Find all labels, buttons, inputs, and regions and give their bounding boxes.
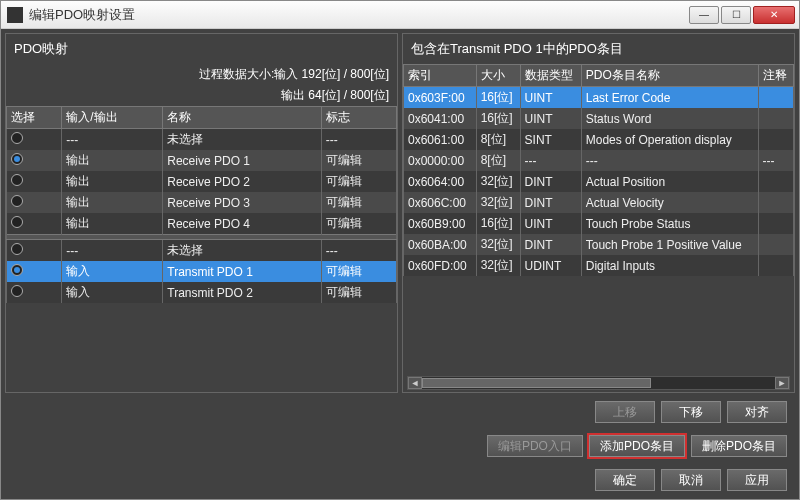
- col-size[interactable]: 大小: [476, 65, 520, 87]
- select-cell[interactable]: [7, 171, 62, 192]
- table-header-row: 选择 输入/输出 名称 标志: [7, 107, 397, 129]
- note-cell: [758, 234, 793, 255]
- name-cell: 未选择: [163, 240, 321, 262]
- name-cell: Digital Inputs: [581, 255, 758, 276]
- flag-cell: 可编辑: [321, 213, 396, 235]
- col-entry-name[interactable]: PDO条目名称: [581, 65, 758, 87]
- pdo-mapping-pane: PDO映射 过程数据大小:输入 192[位] / 800[位] 输出 64[位]…: [5, 33, 398, 393]
- type-cell: UINT: [520, 87, 581, 109]
- col-index[interactable]: 索引: [404, 65, 477, 87]
- index-cell: 0x60BA:00: [404, 234, 477, 255]
- col-type[interactable]: 数据类型: [520, 65, 581, 87]
- delete-pdo-entry-button[interactable]: 删除PDO条目: [691, 435, 787, 457]
- radio-icon[interactable]: [11, 174, 23, 186]
- radio-icon[interactable]: [11, 264, 23, 276]
- col-name[interactable]: 名称: [163, 107, 321, 129]
- table-row[interactable]: 0x6064:0032[位]DINTActual Position: [404, 171, 794, 192]
- type-cell: SINT: [520, 129, 581, 150]
- align-button[interactable]: 对齐: [727, 401, 787, 423]
- table-row[interactable]: ---未选择---: [7, 129, 397, 151]
- scroll-right-button[interactable]: ►: [775, 377, 789, 389]
- radio-icon[interactable]: [11, 195, 23, 207]
- name-cell: Receive PDO 4: [163, 213, 321, 235]
- io-cell: 输出: [62, 213, 163, 235]
- select-cell[interactable]: [7, 282, 62, 303]
- table-row[interactable]: ---未选择---: [7, 240, 397, 262]
- window-title: 编辑PDO映射设置: [29, 6, 689, 24]
- dialog-buttons: 确定 取消 应用: [5, 465, 795, 495]
- table-row[interactable]: 输出Receive PDO 3可编辑: [7, 192, 397, 213]
- col-flag[interactable]: 标志: [321, 107, 396, 129]
- flag-cell: 可编辑: [321, 150, 396, 171]
- radio-icon[interactable]: [11, 216, 23, 228]
- cancel-button[interactable]: 取消: [661, 469, 721, 491]
- apply-button[interactable]: 应用: [727, 469, 787, 491]
- table-row[interactable]: 0x606C:0032[位]DINTActual Velocity: [404, 192, 794, 213]
- io-cell: ---: [62, 240, 163, 262]
- name-cell: Modes of Operation display: [581, 129, 758, 150]
- table-row[interactable]: 输出Receive PDO 1可编辑: [7, 150, 397, 171]
- table-row[interactable]: 0x60BA:0032[位]DINTTouch Probe 1 Positive…: [404, 234, 794, 255]
- close-button[interactable]: ✕: [753, 6, 795, 24]
- size-cell: 16[位]: [476, 108, 520, 129]
- select-cell[interactable]: [7, 129, 62, 151]
- select-cell[interactable]: [7, 261, 62, 282]
- table-row[interactable]: 0x603F:0016[位]UINTLast Error Code: [404, 87, 794, 109]
- table-row[interactable]: 0x0000:008[位]---------: [404, 150, 794, 171]
- radio-icon[interactable]: [11, 153, 23, 165]
- name-cell: Last Error Code: [581, 87, 758, 109]
- type-cell: DINT: [520, 234, 581, 255]
- horizontal-scrollbar[interactable]: ◄ ►: [407, 376, 790, 390]
- table-row[interactable]: 输出Receive PDO 2可编辑: [7, 171, 397, 192]
- right-header: 包含在Transmit PDO 1中的PDO条目: [403, 34, 794, 64]
- edit-pdo-entry-button[interactable]: 编辑PDO入口: [487, 435, 583, 457]
- radio-icon[interactable]: [11, 132, 23, 144]
- titlebar[interactable]: 编辑PDO映射设置 — ☐ ✕: [1, 1, 799, 29]
- io-cell: 输入: [62, 282, 163, 303]
- flag-cell: 可编辑: [321, 261, 396, 282]
- table-row[interactable]: 输入Transmit PDO 2可编辑: [7, 282, 397, 303]
- note-cell: [758, 171, 793, 192]
- scroll-left-button[interactable]: ◄: [408, 377, 422, 389]
- table-row[interactable]: 0x60FD:0032[位]UDINTDigital Inputs: [404, 255, 794, 276]
- io-cell: 输出: [62, 171, 163, 192]
- pdo-entries-table: 索引 大小 数据类型 PDO条目名称 注释 0x603F:0016[位]UINT…: [403, 64, 794, 276]
- table-row[interactable]: 输入Transmit PDO 1可编辑: [7, 261, 397, 282]
- col-io[interactable]: 输入/输出: [62, 107, 163, 129]
- move-up-button[interactable]: 上移: [595, 401, 655, 423]
- move-down-button[interactable]: 下移: [661, 401, 721, 423]
- size-cell: 32[位]: [476, 234, 520, 255]
- select-cell[interactable]: [7, 150, 62, 171]
- radio-icon[interactable]: [11, 243, 23, 255]
- select-cell[interactable]: [7, 240, 62, 262]
- process-output-info: 输出 64[位] / 800[位]: [6, 85, 397, 106]
- radio-icon[interactable]: [11, 285, 23, 297]
- flag-cell: 可编辑: [321, 282, 396, 303]
- table-row[interactable]: 输出Receive PDO 4可编辑: [7, 213, 397, 235]
- scroll-thumb[interactable]: [422, 378, 651, 388]
- name-cell: Actual Velocity: [581, 192, 758, 213]
- col-select[interactable]: 选择: [7, 107, 62, 129]
- table-row[interactable]: 0x60B9:0016[位]UINTTouch Probe Status: [404, 213, 794, 234]
- flag-cell: 可编辑: [321, 171, 396, 192]
- entry-edit-buttons: 编辑PDO入口 添加PDO条目 删除PDO条目: [5, 431, 795, 461]
- ok-button[interactable]: 确定: [595, 469, 655, 491]
- maximize-button[interactable]: ☐: [721, 6, 751, 24]
- table-row[interactable]: 0x6061:008[位]SINTModes of Operation disp…: [404, 129, 794, 150]
- size-cell: 32[位]: [476, 192, 520, 213]
- pdo-mapping-table: 选择 输入/输出 名称 标志 ---未选择---输出Receive PDO 1可…: [6, 106, 397, 303]
- select-cell[interactable]: [7, 192, 62, 213]
- note-cell: [758, 108, 793, 129]
- col-note[interactable]: 注释: [758, 65, 793, 87]
- name-cell: Status Word: [581, 108, 758, 129]
- table-row[interactable]: 0x6041:0016[位]UINTStatus Word: [404, 108, 794, 129]
- select-cell[interactable]: [7, 213, 62, 235]
- name-cell: Touch Probe Status: [581, 213, 758, 234]
- size-cell: 8[位]: [476, 150, 520, 171]
- add-pdo-entry-button[interactable]: 添加PDO条目: [589, 435, 685, 457]
- index-cell: 0x60FD:00: [404, 255, 477, 276]
- note-cell: [758, 192, 793, 213]
- minimize-button[interactable]: —: [689, 6, 719, 24]
- note-cell: [758, 213, 793, 234]
- flag-cell: 可编辑: [321, 192, 396, 213]
